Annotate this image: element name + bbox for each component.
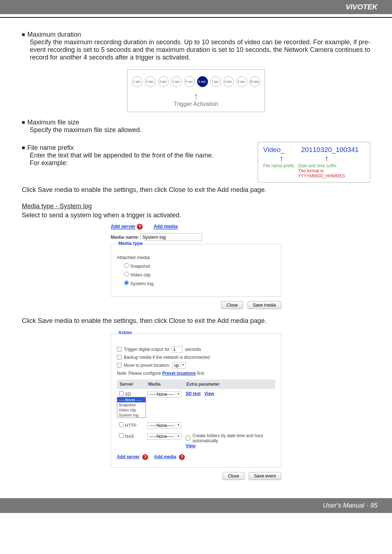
file-prefix-body2: For example: [30,159,248,167]
fname-suffix-label: Date and time suffix [298,163,365,168]
save-media-button[interactable]: Save media [248,301,281,309]
sd-media-select[interactable]: -----None----- [147,391,181,398]
dd-option-none[interactable]: -----None----- [117,397,146,402]
action-add-media-link[interactable]: Add media [154,454,176,459]
file-prefix-title: File name prefix [22,144,248,152]
fname-prefix-label: File name prefix [263,163,296,178]
footer-page: 95 [370,502,377,509]
backup-checkbox[interactable] [117,355,122,360]
http-media-select[interactable]: -----None----- [147,422,181,429]
media-panel-buttons: Close Save media [111,301,281,309]
up-arrow-icon: ↑ [132,91,260,101]
close-button[interactable]: Close [221,301,243,309]
hint-icon-3: ? [179,454,185,460]
tab-add-media[interactable]: Add media [154,223,177,230]
sec-4: 4 sec. [171,76,182,87]
action-bottom-links: Add server ? Add media ? [117,454,275,460]
sec-10: 10 sec. [249,76,260,87]
page-body: Maximum duration Specify the maximum rec… [0,18,392,480]
preset-row: Move to preset location: up [117,362,275,369]
media-type-fieldset: Media type Attached media: Snapshot Vide… [111,244,281,297]
row-http: HTTP -----None----- [117,420,275,431]
media-type-body: Select to send a system log when a trigg… [22,212,370,219]
max-duration-body: Specify the maximum recording duration i… [30,38,370,61]
tab-add-server[interactable]: Add server? [111,223,143,230]
trigger-do-value[interactable] [172,346,183,353]
backup-label: Backup media if the network is disconnec… [124,355,210,360]
attached-label: Attached media: [117,255,275,260]
fname-suffix-label-wrap: Date and time suffix The format is: YYYY… [298,163,365,178]
max-file-size-title: Maximum file size [22,119,370,126]
media-type-heading: Media type - System log [22,202,370,210]
max-duration-title: Maximum duration [22,31,370,38]
trigger-do-suffix: seconds [185,347,201,352]
add-media-panel: Add server? Add media Media name: Media … [111,223,281,309]
trigger-do-checkbox[interactable] [117,347,122,352]
radio-system-log-input[interactable] [124,280,129,285]
action-add-server-link[interactable]: Add server [117,454,140,459]
timing-diagram: 1 sec. 2 sec. 3 sec. 4 sec. 5 sec. 6 sec… [127,69,265,112]
sec-5: 5 sec. [184,76,195,87]
th-server: Server [117,379,145,389]
filename-sample: Video_ 20110320_100341 [263,146,365,154]
trigger-do-prefix: Trigger digital output for [124,347,170,352]
backup-row: Backup media if the network is disconnec… [117,355,275,360]
fname-prefix: Video_ [263,146,300,154]
sd-media-dropdown-open[interactable]: -----None----- Snapshot Video clip Syste… [117,397,146,418]
panel-tabs: Add server? Add media [111,223,281,230]
radio-video-clip-input[interactable] [124,272,129,276]
filename-labels: File name prefix Date and time suffix Th… [263,163,365,178]
filename-diagram: Video_ 20110320_100341 ↑ ↑ File name pre… [258,142,370,182]
radio-system-log[interactable]: System log [124,280,275,286]
media-name-label: Media name: [111,234,139,240]
page-footer: User's Manual - 95 [0,498,392,513]
max-file-size-body: Specify the maximum file size allowed. [30,126,370,134]
preset-checkbox[interactable] [117,363,122,368]
fname-timestamp: 20110320_100341 [301,146,359,154]
row-sd: SD -----None----- -----None----- Snapsho… [117,389,275,400]
server-table: Server Media Extra parameter SD -----Non… [117,379,275,451]
dd-option-video-clip[interactable]: Video clip [117,407,146,413]
sec-9: 9 sec. [236,76,247,87]
action-legend: Action [117,330,133,335]
preset-label: Move to preset location: [124,363,170,368]
hint-icon: ? [137,224,143,230]
radio-snapshot[interactable]: Snapshot [124,263,275,269]
hint-icon-2: ? [142,454,148,460]
nas-create-folders-label: Create folders by date time and hour aut… [192,433,273,443]
sec-3: 3 sec. [158,76,169,87]
nas-media-select[interactable]: -----None----- [147,433,181,440]
action-panel: Action Trigger digital output for second… [111,333,281,480]
footer-label: User's Manual - [323,502,370,509]
action-buttons: Close Save event [111,472,281,480]
radio-snapshot-input[interactable] [124,263,129,268]
th-extra: Extra parameter [183,379,275,389]
action-save-event-button[interactable]: Save event [249,472,281,480]
section-max-duration: Maximum duration Specify the maximum rec… [22,31,370,61]
preset-locations-link[interactable]: Preset locations [162,371,196,376]
up-arrow-icon-suffix: ↑ [301,154,352,163]
sec-2: 2 sec. [145,76,156,87]
row-nas: NAS -----None----- Create folders by dat… [117,431,275,451]
section-file-prefix: File name prefix Enter the text that wil… [22,144,248,167]
section-max-file-size: Maximum file size Specify the maximum fi… [22,119,370,134]
http-checkbox[interactable] [119,422,124,427]
dd-option-snapshot[interactable]: Snapshot [117,402,146,407]
media-name-row: Media name: [111,233,281,241]
radio-video-clip[interactable]: Video clip [124,272,275,278]
action-close-button[interactable]: Close [222,472,245,480]
sd-view-link[interactable]: View [204,391,214,396]
action-fieldset: Action Trigger digital output for second… [111,333,281,468]
sd-test-link[interactable]: SD test [185,391,200,396]
preset-note: Note: Please configure Preset locations … [117,371,275,376]
filename-arrows: ↑ ↑ [263,154,365,163]
sec-7: 7 sec. [210,76,221,87]
preset-select[interactable]: up [172,362,186,369]
nas-checkbox[interactable] [119,433,124,438]
sd-checkbox[interactable] [119,391,124,396]
dd-option-system-log[interactable]: System log [117,413,146,418]
nas-view-link[interactable]: View [185,443,195,448]
media-radio-list: Snapshot Video clip System log [117,263,275,286]
nas-create-folders-checkbox[interactable] [185,436,190,440]
media-name-input[interactable] [140,233,202,241]
